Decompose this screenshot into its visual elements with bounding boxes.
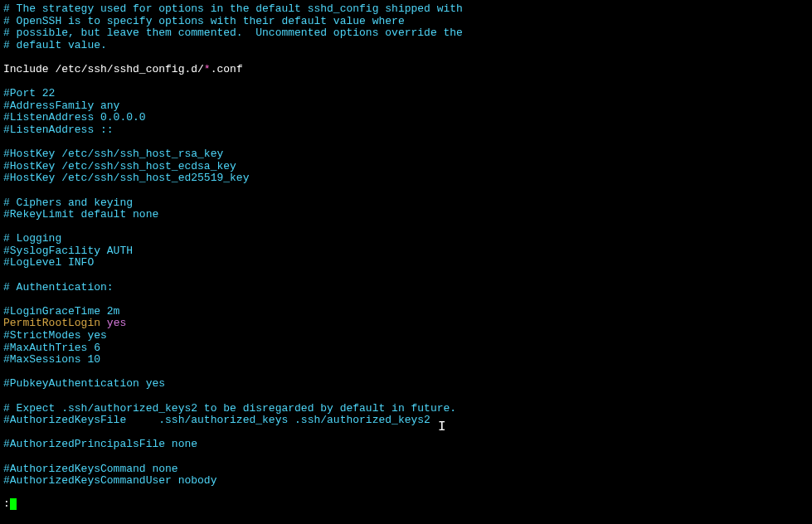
rekeylimit-line: #RekeyLimit default none: [3, 209, 809, 221]
terminal-editor-view[interactable]: # The strategy used for options in the d…: [3, 3, 809, 488]
blank-line: [3, 427, 809, 439]
pubkeyauthentication-line: #PubkeyAuthentication yes: [3, 378, 809, 391]
blank-line: [3, 76, 809, 89]
include-ext: .conf: [211, 63, 243, 75]
port-line: #Port 22: [3, 88, 809, 100]
config-comment-line: # default value.: [3, 40, 809, 52]
loglevel-line: #LogLevel INFO: [3, 257, 809, 269]
include-directive-line: Include /etc/ssh/sshd_config.d/*.conf: [3, 64, 809, 76]
ciphers-comment-line: # Ciphers and keying: [3, 197, 809, 210]
blank-line: [3, 366, 809, 379]
terminal-cursor: [10, 498, 17, 510]
authorizedkeyscommand-line: #AuthorizedKeysCommand none: [3, 463, 809, 476]
permitrootlogin-line: PermitRootLogin yes: [3, 318, 809, 330]
blank-line: [3, 294, 809, 306]
blank-line: [3, 269, 809, 282]
command-prompt-colon: :: [3, 497, 10, 510]
config-comment-line: # OpenSSH is to specify options with the…: [3, 16, 809, 28]
blank-line: [3, 51, 809, 64]
permitrootlogin-keyword: PermitRootLogin: [3, 317, 100, 329]
hostkey-line: #HostKey /etc/ssh/ssh_host_ecdsa_key: [3, 161, 809, 173]
glob-star: *: [204, 63, 211, 75]
blank-line: [3, 451, 809, 463]
blank-line: [3, 137, 809, 149]
config-comment-line: # possible, but leave them commented. Un…: [3, 27, 809, 40]
include-keyword: Include: [3, 63, 55, 75]
hostkey-line: #HostKey /etc/ssh/ssh_host_rsa_key: [3, 148, 809, 161]
strictmodes-line: #StrictModes yes: [3, 330, 809, 342]
addressfamily-line: #AddressFamily any: [3, 100, 809, 113]
maxsessions-line: #MaxSessions 10: [3, 354, 809, 366]
blank-line: [3, 391, 809, 403]
maxauthtries-line: #MaxAuthTries 6: [3, 342, 809, 355]
authorizedkeysfile-line: #AuthorizedKeysFile .ssh/authorized_keys…: [3, 415, 809, 427]
listenaddress-line: #ListenAddress 0.0.0.0: [3, 112, 809, 124]
logingracetime-line: #LoginGraceTime 2m: [3, 306, 809, 318]
blank-line: [3, 221, 809, 234]
listenaddress-line: #ListenAddress ::: [3, 124, 809, 137]
blank-line: [3, 185, 809, 197]
logging-comment-line: # Logging: [3, 233, 809, 245]
hostkey-line: #HostKey /etc/ssh/ssh_host_ed25519_key: [3, 172, 809, 185]
include-path: /etc/ssh/sshd_config.d/: [55, 63, 203, 75]
authorizedprincipalsfile-line: #AuthorizedPrincipalsFile none: [3, 439, 809, 451]
authorizedkeyscommanduser-line: #AuthorizedKeysCommandUser nobody: [3, 475, 809, 488]
authentication-comment-line: # Authentication:: [3, 282, 809, 294]
permitrootlogin-value: yes: [100, 317, 126, 329]
config-comment-line: # The strategy used for options in the d…: [3, 3, 809, 16]
syslogfacility-line: #SyslogFacility AUTH: [3, 245, 809, 258]
expect-comment-line: # Expect .ssh/authorized_keys2 to be dis…: [3, 403, 809, 415]
vi-command-prompt[interactable]: :: [3, 498, 17, 511]
